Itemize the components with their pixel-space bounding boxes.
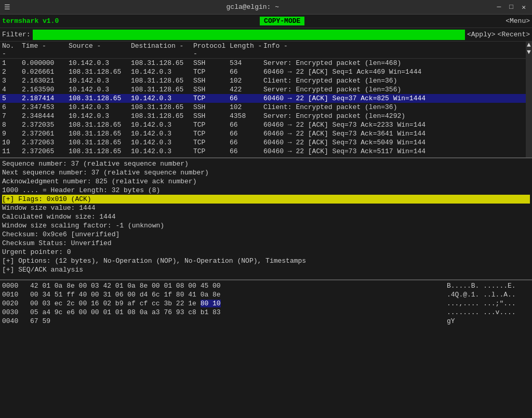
- packet-detail: Sequence number: 37 (relative sequence n…: [0, 158, 532, 280]
- detail-line: Calculated window size: 1444: [2, 212, 530, 221]
- cell-src: 108.31.128.65: [69, 68, 131, 76]
- cell-len: 4358: [230, 112, 263, 120]
- header-length: Length -: [230, 42, 263, 58]
- title-bar: ☰ gcla@elgin: ~ ─ □ ✕: [0, 0, 532, 15]
- maximize-button[interactable]: □: [507, 3, 515, 11]
- hex-offset: 0030: [2, 308, 22, 316]
- cell-len: 66: [230, 130, 263, 138]
- cell-dst: 10.142.0.3: [131, 121, 193, 129]
- header-info: Info -: [263, 42, 530, 58]
- cell-time: 2.163021: [22, 77, 69, 85]
- hex-offset: 0010: [2, 291, 22, 299]
- cell-no: 11: [2, 147, 22, 155]
- cell-src: 108.31.128.65: [69, 121, 131, 129]
- hex-bytes: 05 a4 9c e6 00 00 01 01 08 0a a3 76 93 c…: [30, 308, 438, 316]
- cell-dst: 108.31.128.65: [131, 86, 193, 93]
- filter-label: Filter:: [2, 31, 31, 38]
- cell-proto: TCP: [193, 130, 230, 138]
- packet-list-header: No. - Time - Source - Destination - Prot…: [0, 42, 532, 59]
- cell-dst: 10.142.0.3: [131, 68, 193, 76]
- header-destination: Destination -: [131, 42, 193, 58]
- cell-dst: 108.31.128.65: [131, 112, 193, 120]
- cell-len: 66: [230, 121, 263, 129]
- cell-src: 10.142.0.3: [69, 77, 131, 85]
- packet-row[interactable]: 4 2.163590 10.142.0.3 108.31.128.65 SSH …: [0, 85, 532, 94]
- cell-info: 60460 → 22 [ACK] Seq=1 Ack=469 Win=1444: [263, 68, 530, 76]
- hex-dump: 0000 42 01 0a 8e 00 03 42 01 0a 8e 00 01…: [0, 280, 532, 343]
- cell-time: 2.372061: [22, 130, 69, 138]
- hex-rows-container: 0000 42 01 0a 8e 00 03 42 01 0a 8e 00 01…: [2, 281, 530, 326]
- cell-no: 7: [2, 112, 22, 120]
- hamburger-icon[interactable]: ☰: [4, 3, 10, 11]
- detail-line: Checksum: 0x9ce6 [unverified]: [2, 230, 530, 239]
- recent-button[interactable]: <Recent>: [498, 31, 530, 38]
- cell-src: 10.142.0.3: [69, 59, 131, 67]
- cell-time: 2.372063: [22, 139, 69, 146]
- scroll-up-arrow[interactable]: ▲: [526, 42, 532, 49]
- packet-list: No. - Time - Source - Destination - Prot…: [0, 42, 532, 158]
- cell-no: 8: [2, 121, 22, 129]
- cell-src: 108.31.128.65: [69, 139, 131, 146]
- cell-proto: SSH: [193, 77, 230, 85]
- minimize-button[interactable]: ─: [495, 3, 503, 11]
- packet-rows-container: 1 0.000000 10.142.0.3 108.31.128.65 SSH …: [0, 59, 532, 158]
- packet-row[interactable]: 11 2.372065 108.31.128.65 10.142.0.3 TCP…: [0, 147, 532, 156]
- hex-ascii: ........ ...v....: [447, 308, 530, 316]
- cell-len: 66: [230, 95, 263, 102]
- menu-button[interactable]: <Menu>: [506, 17, 530, 25]
- cell-time: 2.348444: [22, 112, 69, 120]
- header-protocol: Protocol -: [193, 42, 230, 58]
- packet-row[interactable]: 2 0.026661 108.31.128.65 10.142.0.3 TCP …: [0, 68, 532, 76]
- hex-bytes: 00 03 ec 2c 00 16 02 b9 af cf cc 3b 22 1…: [30, 300, 438, 307]
- detail-line: [+] SEQ/ACK analysis: [2, 265, 530, 274]
- cell-time: 2.163590: [22, 86, 69, 93]
- cell-no: 3: [2, 77, 22, 85]
- packet-row[interactable]: 8 2.372035 108.31.128.65 10.142.0.3 TCP …: [0, 120, 532, 129]
- cell-proto: SSH: [193, 103, 230, 111]
- hex-offset: 0000: [2, 282, 22, 290]
- packet-row[interactable]: 3 2.163021 10.142.0.3 108.31.128.65 SSH …: [0, 76, 532, 85]
- cell-time: 2.372065: [22, 147, 69, 155]
- hex-offset: 0020: [2, 300, 22, 307]
- hex-bytes: 00 34 51 ff 40 00 31 06 00 d4 6c 1f 80 4…: [30, 291, 438, 299]
- hex-ascii: B.....B. ......E.: [447, 282, 530, 290]
- app-bar: termshark v1.0 COPY-MODE <Menu>: [0, 15, 532, 28]
- apply-button[interactable]: <Apply>: [467, 31, 496, 38]
- app-title: termshark v1.0: [2, 17, 59, 25]
- cell-no: 6: [2, 103, 22, 111]
- cell-proto: TCP: [193, 121, 230, 129]
- filter-input[interactable]: [33, 30, 465, 40]
- cell-info: Client: Encrypted packet (len=36): [263, 103, 530, 111]
- cell-info: Server: Encrypted packet (len=468): [263, 59, 530, 67]
- cell-time: 0.026661: [22, 68, 69, 76]
- packet-row[interactable]: 9 2.372061 108.31.128.65 10.142.0.3 TCP …: [0, 129, 532, 138]
- cell-dst: 108.31.128.65: [131, 59, 193, 67]
- hex-row: 0000 42 01 0a 8e 00 03 42 01 0a 8e 00 01…: [2, 281, 530, 290]
- cell-src: 10.142.0.3: [69, 103, 131, 111]
- cell-src: 10.142.0.3: [69, 112, 131, 120]
- packet-list-scrollbar[interactable]: ▲ ▼: [526, 42, 532, 157]
- cell-info: 60460 → 22 [ACK] Seq=37 Ack=825 Win=1444: [263, 95, 530, 102]
- packet-row[interactable]: 5 2.187414 108.31.128.65 10.142.0.3 TCP …: [0, 94, 532, 103]
- packet-row[interactable]: 10 2.372063 108.31.128.65 10.142.0.3 TCP…: [0, 138, 532, 147]
- cell-dst: 108.31.128.65: [131, 77, 193, 85]
- cell-proto: TCP: [193, 147, 230, 155]
- scroll-down-arrow[interactable]: ▼: [526, 49, 532, 56]
- detail-line: [+] Flags: 0x010 (ACK): [2, 195, 530, 204]
- close-button[interactable]: ✕: [520, 3, 528, 11]
- detail-line: Urgent pointer: 0: [2, 248, 530, 257]
- cell-proto: TCP: [193, 95, 230, 102]
- detail-line: 1000 .... = Header Length: 32 bytes (8): [2, 186, 530, 195]
- packet-row[interactable]: 1 0.000000 10.142.0.3 108.31.128.65 SSH …: [0, 59, 532, 68]
- packet-row[interactable]: 7 2.348444 10.142.0.3 108.31.128.65 SSH …: [0, 112, 532, 120]
- packet-row[interactable]: 6 2.347453 10.142.0.3 108.31.128.65 SSH …: [0, 103, 532, 112]
- cell-no: 10: [2, 139, 22, 146]
- cell-len: 66: [230, 139, 263, 146]
- detail-line: Acknowledgment number: 825 (relative ack…: [2, 177, 530, 186]
- cell-src: 10.142.0.3: [69, 86, 131, 93]
- cell-len: 102: [230, 103, 263, 111]
- cell-dst: 10.142.0.3: [131, 130, 193, 138]
- cell-info: Client: Encrypted packet (len=36): [263, 77, 530, 85]
- hex-bytes: 67 59: [30, 317, 438, 325]
- cell-no: 9: [2, 130, 22, 138]
